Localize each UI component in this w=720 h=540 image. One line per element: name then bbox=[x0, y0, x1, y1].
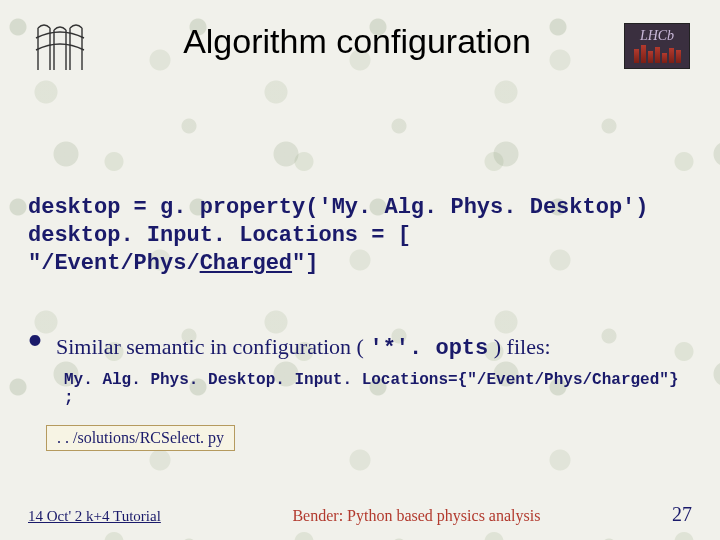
code-line-3-prefix: "/Event/Phys/ bbox=[28, 251, 200, 276]
lhcb-logo-text: LHCb bbox=[640, 29, 674, 43]
footer-date: 14 Oct' 2 k+4 Tutorial bbox=[28, 508, 161, 525]
slide-title: Algorithm configuration bbox=[104, 18, 610, 61]
solution-path-box: . . /solutions/RCSelect. py bbox=[46, 425, 235, 451]
code-line-3-underlined: Charged bbox=[200, 251, 292, 276]
bullet-icon: • bbox=[28, 330, 42, 350]
bullet-mono: '*'. opts bbox=[369, 336, 488, 361]
code-line-1: desktop = g. property('My. Alg. Phys. De… bbox=[28, 194, 692, 222]
page-number: 27 bbox=[672, 503, 692, 526]
footer: 14 Oct' 2 k+4 Tutorial Bender: Python ba… bbox=[28, 503, 692, 526]
slide: Algorithm configuration LHCb desktop = g… bbox=[0, 0, 720, 540]
feynman-logo-icon bbox=[28, 18, 92, 74]
bullet-row: • Similar semantic in configuration ( '*… bbox=[28, 330, 692, 361]
header-row: Algorithm configuration LHCb bbox=[28, 18, 692, 74]
bullet-text: Similar semantic in configuration ( '*'.… bbox=[56, 334, 551, 361]
code-line-2: desktop. Input. Locations = [ bbox=[28, 222, 692, 250]
code-block: desktop = g. property('My. Alg. Phys. De… bbox=[28, 194, 692, 278]
lhcb-bars-icon bbox=[634, 45, 681, 63]
lhcb-logo-icon: LHCb bbox=[622, 18, 692, 74]
opts-config-line: My. Alg. Phys. Desktop. Input. Locations… bbox=[64, 371, 692, 407]
code-line-3-suffix: "] bbox=[292, 251, 318, 276]
bullet-text-before: Similar semantic in configuration ( bbox=[56, 334, 369, 359]
code-line-3: "/Event/Phys/Charged"] bbox=[28, 250, 692, 278]
bullet-text-after: ) files: bbox=[488, 334, 550, 359]
footer-subtitle: Bender: Python based physics analysis bbox=[292, 507, 540, 525]
